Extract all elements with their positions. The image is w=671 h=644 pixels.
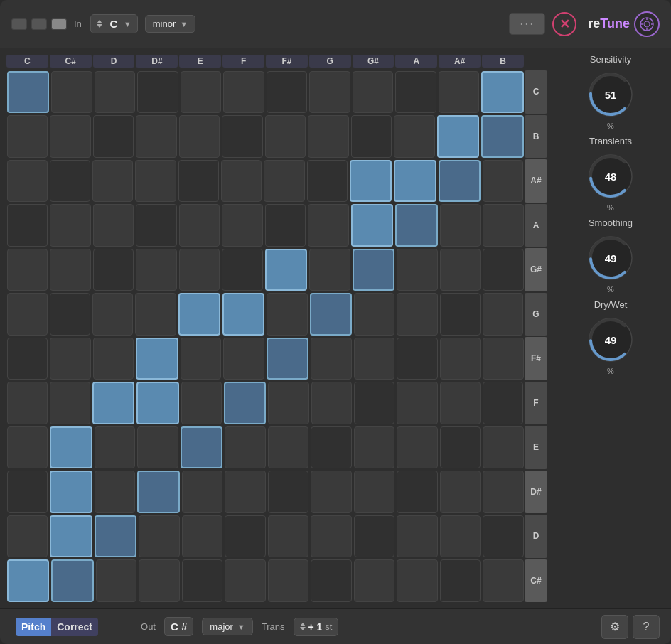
grid-cell[interactable] (181, 382, 222, 424)
grid-cell[interactable] (182, 515, 223, 558)
grid-cell[interactable] (351, 204, 394, 247)
grid-cell[interactable] (7, 115, 48, 158)
grid-cell[interactable] (264, 160, 304, 203)
grid-cell[interactable] (92, 160, 133, 203)
grid-cell[interactable] (268, 426, 309, 469)
grid-cell[interactable] (179, 204, 220, 247)
key-select[interactable]: C ▼ (90, 14, 138, 33)
grid-cell[interactable] (308, 115, 349, 158)
grid-cell[interactable] (267, 338, 309, 380)
grid-cell[interactable] (50, 338, 91, 380)
grid-cell[interactable] (50, 382, 90, 424)
grid-cell[interactable] (268, 471, 309, 513)
grid-cell[interactable] (222, 204, 263, 247)
grid-cell[interactable] (265, 249, 308, 291)
win-btn-restore[interactable] (31, 18, 47, 30)
grid-cell[interactable] (437, 115, 480, 158)
grid-cell[interactable] (311, 382, 352, 424)
grid-cell[interactable] (50, 515, 92, 558)
grid-cell[interactable] (311, 515, 352, 558)
grid-cell[interactable] (50, 115, 91, 158)
grid-cell[interactable] (481, 71, 524, 114)
grid-cell[interactable] (7, 293, 48, 336)
grid-cell[interactable] (268, 382, 308, 424)
win-btn-maximize[interactable] (51, 18, 67, 30)
grid-cell[interactable] (178, 160, 219, 203)
grid-cell[interactable] (7, 382, 48, 424)
grid-cell[interactable] (95, 471, 136, 513)
grid-cell[interactable] (7, 559, 50, 602)
grid-cell[interactable] (311, 471, 352, 513)
grid-cell[interactable] (178, 293, 220, 336)
grid-cell[interactable] (397, 559, 438, 602)
grid-cell[interactable] (50, 249, 91, 291)
knob-1[interactable]: 48 (585, 151, 636, 202)
grid-cell[interactable] (311, 426, 352, 469)
grid-cell[interactable] (225, 471, 266, 513)
settings-button[interactable]: ⚙ (601, 615, 628, 639)
grid-cell[interactable] (353, 249, 395, 291)
help-button[interactable]: ? (633, 615, 660, 639)
grid-cell[interactable] (440, 249, 481, 291)
grid-cell[interactable] (397, 338, 438, 380)
grid-cell[interactable] (93, 204, 134, 247)
grid-cell[interactable] (394, 160, 436, 203)
grid-cell[interactable] (7, 204, 48, 247)
grid-cell[interactable] (397, 471, 438, 513)
grid-cell[interactable] (483, 382, 523, 424)
grid-cell[interactable] (309, 71, 350, 114)
grid-cell[interactable] (481, 115, 524, 158)
knob-0[interactable]: 51 (585, 69, 636, 120)
grid-cell[interactable] (92, 293, 133, 336)
grid-cell[interactable] (354, 515, 395, 558)
grid-cell[interactable] (311, 338, 352, 380)
grid-cell[interactable] (136, 204, 177, 247)
grid-cell[interactable] (7, 338, 48, 380)
grid-cell[interactable] (139, 559, 180, 602)
grid-cell[interactable] (483, 426, 524, 469)
grid-cell[interactable] (483, 471, 524, 513)
grid-cell[interactable] (50, 293, 90, 336)
grid-cell[interactable] (136, 338, 178, 380)
grid-cell[interactable] (7, 249, 48, 291)
grid-cell[interactable] (394, 115, 435, 158)
grid-cell[interactable] (181, 338, 222, 380)
grid-cell[interactable] (181, 71, 222, 114)
grid-cell[interactable] (222, 249, 263, 291)
grid-cell[interactable] (308, 204, 349, 247)
grid-cell[interactable] (7, 160, 48, 203)
grid-cell[interactable] (95, 515, 137, 558)
grid-cell[interactable] (182, 559, 223, 602)
win-btn-minimize[interactable] (11, 18, 27, 30)
grid-cell[interactable] (354, 338, 395, 380)
grid-cell[interactable] (7, 71, 50, 114)
dots-button[interactable]: ··· (509, 13, 545, 35)
grid-cell[interactable] (137, 471, 180, 513)
grid-cell[interactable] (483, 204, 524, 247)
grid-cell[interactable] (483, 559, 524, 602)
grid-cell[interactable] (182, 471, 223, 513)
grid-cell[interactable] (440, 515, 481, 558)
grid-cell[interactable] (483, 160, 523, 203)
grid-cell[interactable] (50, 426, 92, 469)
grid-cell[interactable] (397, 426, 438, 469)
grid-cell[interactable] (135, 293, 176, 336)
grid-cell[interactable] (350, 160, 392, 203)
grid-cell[interactable] (440, 559, 481, 602)
grid-cell[interactable] (440, 382, 481, 424)
grid-cell[interactable] (95, 426, 136, 469)
grid-cell[interactable] (136, 115, 177, 158)
grid-cell[interactable] (354, 471, 395, 513)
grid-cell[interactable] (179, 249, 220, 291)
grid-cell[interactable] (225, 426, 266, 469)
grid-cell[interactable] (179, 115, 220, 158)
grid-cell[interactable] (93, 115, 134, 158)
grid-cell[interactable] (311, 559, 352, 602)
grid-cell[interactable] (223, 71, 264, 114)
grid-cell[interactable] (483, 515, 524, 558)
grid-cell[interactable] (50, 471, 92, 513)
grid-cell[interactable] (439, 71, 480, 114)
grid-cell[interactable] (224, 382, 266, 424)
trans-value-container[interactable]: + 1 st (294, 618, 339, 636)
grid-cell[interactable] (265, 204, 306, 247)
